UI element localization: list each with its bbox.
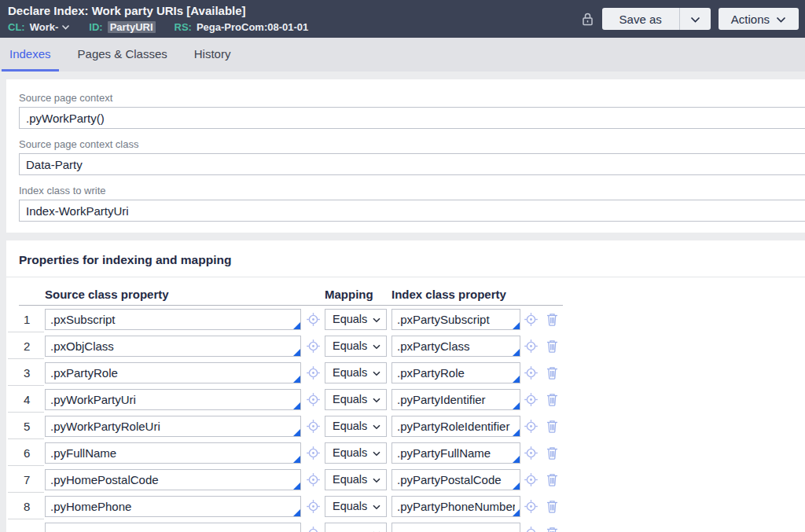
open-target-icon[interactable]: [301, 419, 325, 434]
table-row: 5 Equals: [19, 413, 563, 439]
expand-corner-triangle[interactable]: [293, 402, 300, 409]
tab-history[interactable]: History: [186, 38, 239, 72]
source-property-input[interactable]: [45, 442, 301, 464]
delete-row-icon[interactable]: [541, 446, 563, 460]
open-target-icon[interactable]: [301, 339, 325, 354]
expand-corner-triangle[interactable]: [293, 376, 300, 383]
mapping-select[interactable]: Equals: [325, 362, 387, 383]
row-number: 2: [19, 339, 45, 353]
expand-corner-triangle[interactable]: [513, 509, 520, 516]
mapping-select[interactable]: Equals: [325, 389, 387, 410]
expand-corner-triangle[interactable]: [513, 429, 520, 436]
field-source-page-context: Source page context: [19, 92, 805, 129]
open-target-icon[interactable]: [520, 392, 541, 407]
source-property-input[interactable]: [45, 496, 301, 517]
save-as-dropdown-button[interactable]: [679, 8, 711, 30]
index-property-input[interactable]: [391, 496, 520, 517]
open-target-icon[interactable]: [301, 392, 325, 407]
mapping-select[interactable]: Equals: [325, 469, 387, 490]
open-target-icon[interactable]: [520, 526, 541, 532]
index-property-input[interactable]: [391, 309, 520, 330]
open-target-icon[interactable]: [520, 339, 541, 354]
table-row: 4 Equals: [19, 386, 563, 413]
open-target-icon[interactable]: [520, 419, 541, 434]
delete-row-icon[interactable]: [541, 526, 563, 532]
mapping-select[interactable]: Equals: [325, 336, 387, 357]
source-property-input[interactable]: [45, 362, 301, 383]
source-property-input[interactable]: [45, 523, 301, 532]
save-as-button[interactable]: Save as: [602, 8, 679, 30]
source-page-context-class-input[interactable]: [19, 153, 805, 175]
cl-value-dropdown[interactable]: Work-: [30, 20, 71, 33]
mapping-select[interactable]: [325, 523, 387, 532]
expand-corner-triangle[interactable]: [513, 376, 520, 383]
index-property-input[interactable]: [391, 336, 520, 357]
section-title: Properties for indexing and mapping: [19, 240, 805, 277]
chevron-down-icon: [373, 526, 380, 532]
delete-row-icon[interactable]: [541, 499, 563, 514]
mapping-select[interactable]: Equals: [325, 496, 387, 517]
index-class-to-write-input[interactable]: [19, 200, 805, 222]
row-number: 3: [19, 366, 45, 380]
delete-row-icon[interactable]: [541, 339, 563, 354]
lock-icon[interactable]: [581, 11, 594, 28]
field-label: Source page context class: [19, 138, 805, 150]
expand-corner-triangle[interactable]: [293, 456, 300, 463]
table-row-partial: [19, 519, 563, 532]
expand-corner-triangle[interactable]: [293, 429, 300, 436]
open-target-icon[interactable]: [520, 446, 541, 460]
expand-corner-triangle[interactable]: [293, 322, 300, 329]
expand-corner-triangle[interactable]: [293, 509, 300, 516]
index-property-input[interactable]: [391, 389, 520, 410]
source-property-input[interactable]: [45, 336, 301, 357]
open-target-icon[interactable]: [301, 312, 325, 327]
delete-row-icon[interactable]: [541, 392, 563, 407]
open-target-icon[interactable]: [520, 472, 541, 487]
source-property-input[interactable]: [45, 416, 301, 437]
source-page-context-input[interactable]: [19, 107, 805, 129]
expand-corner-triangle[interactable]: [513, 322, 520, 329]
mapping-table: Source class property Mapping Index clas…: [19, 277, 563, 532]
tab-indexes[interactable]: Indexes: [2, 38, 59, 72]
source-property-input[interactable]: [45, 309, 301, 330]
expand-corner-triangle[interactable]: [513, 349, 520, 356]
table-row: 8 Equals: [19, 493, 563, 519]
mapping-select[interactable]: Equals: [325, 416, 387, 437]
open-target-icon[interactable]: [301, 446, 325, 460]
index-property-input[interactable]: [391, 469, 520, 490]
table-row: 6 Equals: [19, 439, 563, 466]
mapping-select[interactable]: Equals: [325, 309, 387, 330]
row-number: 6: [19, 446, 45, 460]
expand-corner-triangle[interactable]: [513, 482, 520, 490]
table-row: 3 Equals: [19, 359, 563, 386]
delete-row-icon[interactable]: [541, 365, 563, 380]
index-property-input[interactable]: [391, 416, 520, 437]
open-target-icon[interactable]: [301, 526, 325, 532]
index-property-input[interactable]: [391, 523, 520, 532]
chevron-down-icon: [373, 500, 380, 512]
open-target-icon[interactable]: [301, 365, 325, 380]
expand-corner-triangle[interactable]: [293, 482, 300, 490]
open-target-icon[interactable]: [301, 472, 325, 487]
open-target-icon[interactable]: [520, 312, 541, 327]
open-target-icon[interactable]: [520, 499, 541, 514]
actions-button[interactable]: Actions: [719, 8, 799, 30]
expand-corner-triangle[interactable]: [513, 456, 520, 463]
index-property-input[interactable]: [391, 362, 520, 383]
expand-corner-triangle[interactable]: [293, 349, 300, 356]
delete-row-icon[interactable]: [541, 312, 563, 327]
field-label: Index class to write: [19, 185, 805, 196]
delete-row-icon[interactable]: [541, 419, 563, 434]
rs-label: RS:: [175, 21, 192, 33]
expand-corner-triangle[interactable]: [513, 402, 520, 409]
mapping-select[interactable]: Equals: [325, 442, 387, 464]
tab-pages-and-classes[interactable]: Pages & Classes: [70, 38, 175, 72]
index-property-input[interactable]: [391, 442, 520, 464]
table-row: 2 Equals: [19, 332, 563, 359]
open-target-icon[interactable]: [301, 499, 325, 514]
source-property-input[interactable]: [45, 469, 301, 490]
chevron-down-icon: [690, 13, 700, 26]
delete-row-icon[interactable]: [541, 472, 563, 487]
open-target-icon[interactable]: [520, 365, 541, 380]
source-property-input[interactable]: [45, 389, 301, 410]
